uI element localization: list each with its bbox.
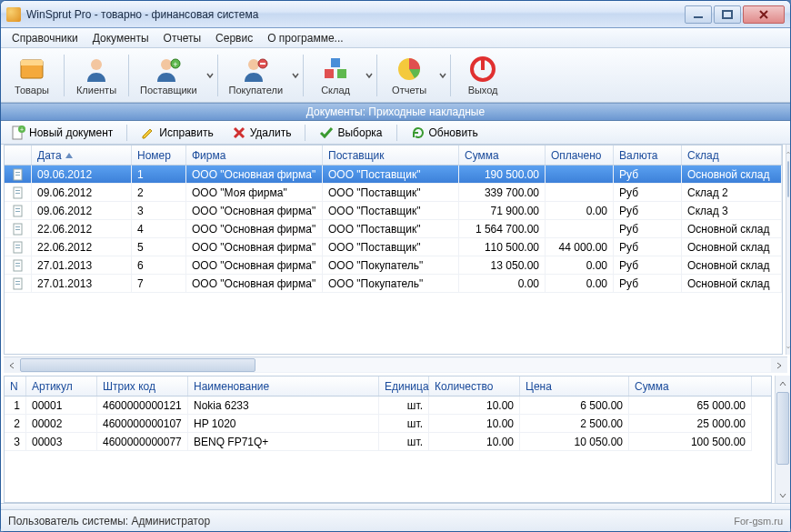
svg-point-5 xyxy=(161,59,172,70)
table-row[interactable]: 27.01.20137ООО "Основная фирма"ООО "Поку… xyxy=(5,275,782,293)
table-row[interactable]: 09.06.20122ООО "Моя фирма"ООО "Поставщик… xyxy=(5,184,782,202)
refresh-button[interactable]: Обновить xyxy=(405,123,485,143)
minimize-button[interactable] xyxy=(685,5,712,24)
scroll-right-icon[interactable] xyxy=(771,357,787,373)
scroll-thumb[interactable] xyxy=(20,358,255,372)
detail-grid-body[interactable]: 1000014600000000121Nokia 6233шт.10.006 5… xyxy=(5,396,771,502)
doc-toolbar-separator xyxy=(305,125,305,141)
documents-grid-body[interactable]: 09.06.20121ООО "Основная фирма"ООО "Пост… xyxy=(5,166,782,354)
documents-col-store[interactable]: Склад xyxy=(682,146,782,165)
cell-store: Склад 3 xyxy=(682,202,782,220)
detail-vscrollbar[interactable] xyxy=(775,376,790,503)
doc-toolbar-separator xyxy=(126,125,127,141)
menu-documents[interactable]: Документы xyxy=(85,30,156,46)
close-button[interactable] xyxy=(743,5,785,24)
scroll-up-icon[interactable] xyxy=(776,376,790,391)
cell-indicator xyxy=(5,166,32,184)
menubar: Справочники Документы Отчеты Сервис О пр… xyxy=(1,28,790,48)
table-row[interactable]: 2000024600000000107HP 1020шт.10.002 500.… xyxy=(5,415,771,433)
menu-service[interactable]: Сервис xyxy=(208,30,260,46)
detail-col-qty[interactable]: Количество xyxy=(429,376,520,396)
tool-suppliers-dropdown[interactable] xyxy=(205,51,215,100)
tool-suppliers[interactable]: + Поставщики xyxy=(134,51,204,100)
tool-clients[interactable]: Клиенты xyxy=(69,51,124,100)
detail-col-price[interactable]: Цена xyxy=(520,376,629,396)
table-row[interactable]: 22.06.20124ООО "Основная фирма"ООО "Пост… xyxy=(5,220,782,238)
table-row[interactable]: 22.06.20125ООО "Основная фирма"ООО "Пост… xyxy=(5,238,782,256)
documents-grid-header: ДатаНомерФирмаПоставщикСуммаОплаченоВалю… xyxy=(5,146,782,166)
tool-exit[interactable]: Выход xyxy=(456,51,510,100)
cell-indicator xyxy=(5,220,32,238)
scroll-thumb[interactable] xyxy=(787,161,789,197)
cell-date: 09.06.2012 xyxy=(32,166,132,184)
tool-reports-dropdown[interactable] xyxy=(438,51,447,100)
scroll-down-icon[interactable] xyxy=(786,339,790,355)
svg-rect-40 xyxy=(15,284,20,285)
scroll-up-icon[interactable] xyxy=(786,145,790,160)
reports-icon xyxy=(395,55,424,84)
tool-warehouse-dropdown[interactable] xyxy=(365,51,374,100)
table-row[interactable]: 27.01.20136ООО "Основная фирма"ООО "Поку… xyxy=(5,256,782,275)
detail-col-bc[interactable]: Штрих код xyxy=(97,376,188,396)
sort-asc-icon xyxy=(65,153,73,158)
documents-col-firm[interactable]: Фирма xyxy=(186,146,323,165)
cell-bc: 4600000000077 xyxy=(97,433,188,451)
documents-vscrollbar[interactable] xyxy=(786,145,790,355)
documents-col-indicator[interactable] xyxy=(5,146,32,165)
cell-n: 1 xyxy=(5,396,26,415)
cell-paid: 0.00 xyxy=(546,275,614,293)
svg-rect-33 xyxy=(15,245,20,246)
documents-col-sum[interactable]: Сумма xyxy=(459,146,546,165)
tool-buyers[interactable]: Покупатели xyxy=(223,51,290,100)
filter-button[interactable]: Выборка xyxy=(313,123,388,143)
table-row[interactable]: 09.06.20123ООО "Основная фирма"ООО "Пост… xyxy=(5,202,782,220)
tool-goods[interactable]: Товары xyxy=(5,51,59,100)
scroll-thumb[interactable] xyxy=(776,392,789,465)
documents-col-supplier[interactable]: Поставщик xyxy=(323,146,459,165)
detail-col-n[interactable]: N xyxy=(5,376,26,396)
cell-num: 6 xyxy=(132,256,186,275)
documents-col-paid[interactable]: Оплачено xyxy=(546,146,614,165)
edit-icon xyxy=(141,125,155,140)
refresh-icon xyxy=(411,125,426,140)
toolbar-separator xyxy=(303,55,304,96)
cell-sum: 100 500.00 xyxy=(629,433,752,451)
titlebar[interactable]: WinSprut Pro - товарно - финансовая сист… xyxy=(1,1,790,28)
tool-reports[interactable]: Отчеты xyxy=(382,51,436,100)
table-row[interactable]: 3000034600000000077BENQ FP71Q+шт.10.0010… xyxy=(5,433,771,451)
delete-button[interactable]: Удалить xyxy=(225,123,298,143)
edit-button[interactable]: Исправить xyxy=(135,123,219,143)
detail-col-art[interactable]: Артикул xyxy=(26,376,97,396)
menu-directories[interactable]: Справочники xyxy=(5,30,85,46)
goods-icon xyxy=(17,55,46,84)
documents-col-currency[interactable]: Валюта xyxy=(614,146,682,165)
detail-col-unit[interactable]: Единица xyxy=(379,376,429,396)
cell-indicator xyxy=(5,202,32,220)
menu-reports[interactable]: Отчеты xyxy=(156,30,208,46)
svg-rect-27 xyxy=(15,208,20,209)
scroll-left-icon[interactable] xyxy=(4,357,20,373)
svg-rect-3 xyxy=(21,60,43,65)
maximize-button[interactable] xyxy=(714,5,741,24)
table-row[interactable]: 1000014600000000121Nokia 6233шт.10.006 5… xyxy=(5,396,771,415)
new-document-button[interactable]: + Новый документ xyxy=(5,123,119,143)
cell-art: 00001 xyxy=(26,396,97,415)
documents-col-num[interactable]: Номер xyxy=(132,146,186,165)
documents-hscrollbar[interactable] xyxy=(4,356,787,373)
cell-currency: Руб xyxy=(614,166,682,184)
menu-about[interactable]: О программе... xyxy=(260,30,350,46)
tool-buyers-dropdown[interactable] xyxy=(291,51,300,100)
tool-warehouse[interactable]: Склад xyxy=(308,51,363,100)
documents-col-date[interactable]: Дата xyxy=(32,146,132,165)
svg-rect-28 xyxy=(15,211,20,212)
documents-grid[interactable]: ДатаНомерФирмаПоставщикСуммаОплаченоВалю… xyxy=(4,145,783,355)
cell-num: 1 xyxy=(132,166,186,184)
cell-currency: Руб xyxy=(614,275,682,293)
detail-grid[interactable]: NАртикулШтрих кодНаименованиеЕдиницаКоли… xyxy=(4,376,772,503)
detail-col-name[interactable]: Наименование xyxy=(188,376,379,396)
cell-sum: 110 500.00 xyxy=(459,238,546,256)
table-row[interactable]: 09.06.20121ООО "Основная фирма"ООО "Пост… xyxy=(5,166,782,184)
scroll-down-icon[interactable] xyxy=(776,487,790,503)
detail-col-sum[interactable]: Сумма xyxy=(629,376,752,396)
cell-firm: ООО "Основная фирма" xyxy=(186,238,323,256)
